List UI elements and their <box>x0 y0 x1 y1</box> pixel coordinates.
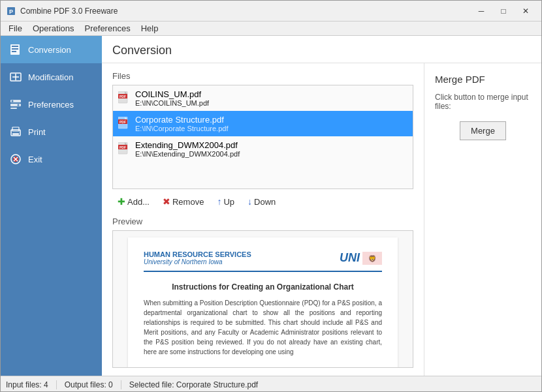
up-icon: ↑ <box>217 196 221 207</box>
sidebar-print-label: Print <box>28 127 46 137</box>
modification-icon <box>8 70 23 84</box>
main-layout: Conversion Modification Pre <box>1 36 541 376</box>
svg-point-11 <box>18 104 20 106</box>
files-section-label: Files <box>112 71 413 81</box>
file-toolbar: ✚ Add... ✖ Remove ↑ Up ↓ Down <box>112 194 413 209</box>
file-name-2: Corporate Structure.pdf <box>135 115 228 125</box>
close-button[interactable]: ✕ <box>515 5 536 18</box>
remove-button[interactable]: ✖ Remove <box>157 194 209 209</box>
sidebar: Conversion Modification Pre <box>1 36 102 376</box>
menu-file[interactable]: File <box>3 22 27 35</box>
sidebar-item-preferences[interactable]: Preferences <box>1 91 102 118</box>
pdf-icon-2: PDF <box>118 117 130 131</box>
svg-text:PDF: PDF <box>120 95 126 98</box>
file-item-2[interactable]: PDF Corporate Structure.pdf E:\IN\Corpor… <box>113 111 413 136</box>
pdf-icon-1: PDF <box>118 91 130 106</box>
org-title-block: HUMAN RESOURCE SERVICES University of No… <box>144 250 251 265</box>
app-icon: P <box>6 6 16 16</box>
preview-content: HUMAN RESOURCE SERVICES University of No… <box>128 237 398 368</box>
status-input-files: Input files: 4 <box>6 380 57 389</box>
sidebar-preferences-label: Preferences <box>28 100 74 110</box>
sidebar-conversion-label: Conversion <box>28 45 71 55</box>
up-button[interactable]: ↑ Up <box>212 194 240 209</box>
preview-doc-header: HUMAN RESOURCE SERVICES University of No… <box>144 250 382 272</box>
conversion-icon <box>8 42 23 57</box>
exit-icon <box>8 152 23 166</box>
preview-doc-body: When submitting a Position Description Q… <box>144 298 382 357</box>
merge-button[interactable]: Merge <box>460 121 506 140</box>
svg-rect-4 <box>12 48 18 50</box>
menu-help[interactable]: Help <box>136 22 164 35</box>
merge-subtitle: Click button to merge input files: <box>435 93 531 111</box>
preview-doc-title: Instructions for Creating an Organizatio… <box>144 282 382 292</box>
uni-logo: UNI 🦁 <box>340 251 382 265</box>
file-name-3: Extending_DWMX2004.pdf <box>135 140 240 150</box>
file-item-3[interactable]: PDF Extending_DWMX2004.pdf E:\IN\Extendi… <box>113 136 413 162</box>
svg-rect-8 <box>10 104 21 106</box>
main-panel: Files PDF <box>102 63 424 376</box>
content-body: Files PDF <box>102 63 541 376</box>
file-info-3: Extending_DWMX2004.pdf E:\IN\Extending_D… <box>135 140 240 158</box>
file-path-3: E:\IN\Extending_DWMX2004.pdf <box>135 150 240 158</box>
status-bar: Input files: 4 Output files: 0 Selected … <box>1 376 541 392</box>
remove-icon: ✖ <box>163 196 170 207</box>
preview-container[interactable]: HUMAN RESOURCE SERVICES University of No… <box>112 230 413 368</box>
merge-title: Merge PDF <box>435 74 531 85</box>
file-info-1: COILINS_UM.pdf E:\IN\COILINS_UM.pdf <box>135 89 209 107</box>
title-bar-controls: ─ □ ✕ <box>471 5 536 18</box>
sidebar-exit-label: Exit <box>28 155 42 164</box>
svg-text:PDF: PDF <box>120 145 126 149</box>
status-output-files: Output files: 0 <box>65 380 121 389</box>
maximize-button[interactable]: □ <box>493 5 514 18</box>
file-info-2: Corporate Structure.pdf E:\IN\Corporate … <box>135 115 228 132</box>
files-list-container: PDF COILINS_UM.pdf E:\IN\COILINS_UM.pdf <box>112 85 413 189</box>
minimize-button[interactable]: ─ <box>471 5 492 18</box>
preferences-icon <box>8 97 23 112</box>
pdf-icon-3: PDF <box>118 142 130 157</box>
right-panel: Merge PDF Click button to merge input fi… <box>424 63 541 376</box>
svg-rect-3 <box>12 46 18 47</box>
content-area: Conversion Files PDF <box>102 36 541 376</box>
preview-section-label: Preview <box>112 217 413 226</box>
sidebar-item-print[interactable]: Print <box>1 118 102 145</box>
down-icon: ↓ <box>247 196 252 207</box>
files-list[interactable]: PDF COILINS_UM.pdf E:\IN\COILINS_UM.pdf <box>113 85 413 188</box>
svg-rect-9 <box>10 108 17 109</box>
title-bar: P Combine PDF 3.0 Freeware ─ □ ✕ <box>1 1 541 22</box>
menu-preferences[interactable]: Preferences <box>80 22 136 35</box>
content-title: Conversion <box>102 36 541 63</box>
title-bar-text: Combine PDF 3.0 Freeware <box>20 7 471 16</box>
sidebar-item-modification[interactable]: Modification <box>1 63 102 91</box>
add-button[interactable]: ✚ Add... <box>112 194 155 209</box>
status-selected-file: Selected file: Corporate Structure.pdf <box>129 380 266 389</box>
print-icon <box>8 125 23 139</box>
down-button[interactable]: ↓ Down <box>242 194 281 209</box>
svg-text:P: P <box>9 8 13 15</box>
svg-text:PDF: PDF <box>120 120 126 124</box>
sidebar-modification-label: Modification <box>28 72 73 82</box>
svg-text:🦁: 🦁 <box>368 254 377 263</box>
file-item-1[interactable]: PDF COILINS_UM.pdf E:\IN\COILINS_UM.pdf <box>113 85 413 111</box>
preview-section: Preview HUMAN RESOURCE SERVICES Universi… <box>112 217 413 368</box>
svg-point-10 <box>12 100 14 102</box>
sidebar-item-exit[interactable]: Exit <box>1 145 102 173</box>
svg-rect-14 <box>12 133 19 135</box>
file-path-2: E:\IN\Corporate Structure.pdf <box>135 125 228 132</box>
file-name-1: COILINS_UM.pdf <box>135 89 209 99</box>
sidebar-item-conversion[interactable]: Conversion <box>1 36 102 63</box>
svg-rect-13 <box>12 127 19 131</box>
menu-operations[interactable]: Operations <box>27 22 80 35</box>
file-path-1: E:\IN\COILINS_UM.pdf <box>135 99 209 107</box>
menu-bar: File Operations Preferences Help <box>1 22 541 36</box>
add-icon: ✚ <box>118 196 125 207</box>
svg-rect-5 <box>12 51 16 52</box>
